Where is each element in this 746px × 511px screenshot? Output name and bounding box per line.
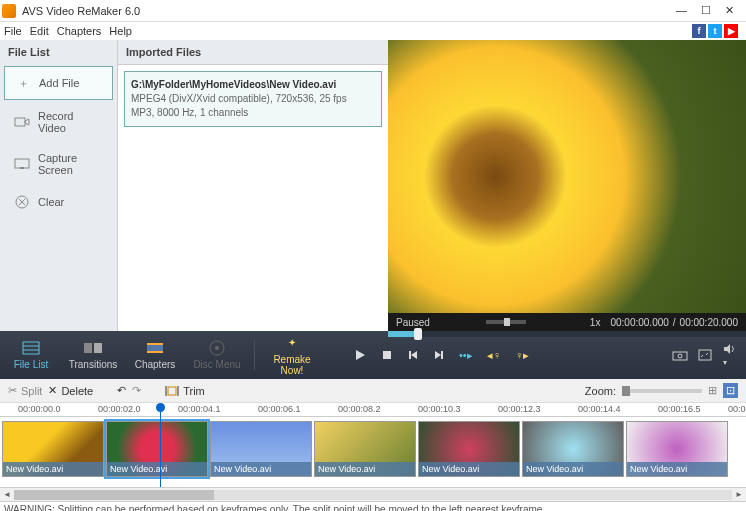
menu-help[interactable]: Help [109,25,132,37]
ruler-tick: 00:00:14.4 [578,404,621,414]
clip-label: New Video.avi [523,462,623,476]
tool-remake[interactable]: ✦ Remake Now! [261,335,323,376]
fullscreen-button[interactable] [698,349,712,361]
zoom-full-button[interactable]: ⊡ [723,383,738,398]
facebook-icon[interactable]: f [692,24,706,38]
svg-rect-9 [84,343,92,353]
twitter-icon[interactable]: t [708,24,722,38]
delete-button[interactable]: ✕ Delete [48,384,93,397]
record-video-label: Record Video [38,110,103,134]
youtube-icon[interactable]: ▶ [724,24,738,38]
speed-slider[interactable] [486,320,526,324]
split-icon: ✂ [8,384,17,397]
timeline[interactable]: 00:00:00.0 00:00:02.0 00:00:04.1 00:00:0… [0,403,746,487]
svg-rect-6 [23,342,39,354]
ruler-tick: 00:00:00.0 [18,404,61,414]
tool-filelist[interactable]: File List [0,340,62,370]
tool-discmenu[interactable]: Disc Menu [186,340,248,370]
timeline-ruler[interactable]: 00:00:00.0 00:00:02.0 00:00:04.1 00:00:0… [0,403,746,417]
clear-button[interactable]: Clear [4,186,113,218]
split-button[interactable]: ✂ Split [8,384,42,397]
tool-chapters[interactable]: Chapters [124,340,186,370]
step-button[interactable]: ••▸ [459,349,473,362]
play-button[interactable] [353,348,367,362]
ruler-tick: 00:00:04.1 [178,404,221,414]
key-next-button[interactable]: ♀▸ [515,349,529,362]
ruler-tick: 00:00:02.0 [98,404,141,414]
tool-transitions-label: Transitions [62,359,124,370]
svg-rect-10 [94,343,102,353]
trim-icon [165,385,179,397]
capture-screen-label: Capture Screen [38,152,103,176]
stop-button[interactable] [381,349,393,361]
trim-button[interactable]: Trim [165,385,205,397]
titlebar: AVS Video ReMaker 6.0 — ☐ ✕ [0,0,746,22]
svg-rect-17 [409,351,411,359]
remake-icon: ✦ [282,335,302,351]
timeline-scrollbar[interactable]: ◄ ► [0,487,746,501]
minimize-button[interactable]: — [676,4,687,17]
imported-file-video-meta: MPEG4 (DivX/Xvid compatible), 720x536, 2… [131,92,375,106]
timeline-clip[interactable]: New Video.avi [418,421,520,477]
scroll-left-button[interactable]: ◄ [0,490,14,499]
transitions-icon [83,340,103,356]
scroll-thumb[interactable] [14,490,214,500]
zoom-fit-button[interactable]: ⊞ [708,384,717,397]
discmenu-icon [207,340,227,356]
file-list-header: File List [0,40,117,64]
ruler-tick: 00:00:16.5 [658,404,701,414]
svg-rect-1 [15,159,29,168]
tool-remake-label: Remake Now! [261,354,323,376]
prev-frame-button[interactable] [407,349,419,361]
svg-rect-16 [383,351,391,359]
preview-status-bar: Paused 1x 00:00:00.000 / 00:00:20.000 [388,313,746,331]
timeline-clip[interactable]: New Video.avi [210,421,312,477]
close-button[interactable]: ✕ [725,4,734,17]
record-video-button[interactable]: Record Video [4,102,113,142]
menu-edit[interactable]: Edit [30,25,49,37]
timeline-clip[interactable]: New Video.avi [522,421,624,477]
preview-image[interactable] [388,40,746,313]
svg-rect-12 [147,343,163,345]
status-bar: WARNING: Splitting can be performed base… [0,501,746,511]
delete-icon: ✕ [48,384,57,397]
volume-button[interactable]: ▾ [722,343,736,367]
file-list-panel: File List ＋ Add File Record Video Captur… [0,40,118,331]
playhead[interactable] [160,403,161,487]
svg-point-15 [215,346,219,350]
clip-label: New Video.avi [315,462,415,476]
next-frame-button[interactable] [433,349,445,361]
tool-transitions[interactable]: Transitions [62,340,124,370]
zoom-slider[interactable] [622,389,702,393]
redo-button[interactable]: ↷ [132,384,141,397]
scroll-track[interactable] [14,490,732,500]
snapshot-button[interactable] [672,349,688,361]
clear-icon [14,194,30,210]
imported-files-header: Imported Files [118,40,388,65]
svg-rect-21 [699,350,711,360]
undo-button[interactable]: ↶ [117,384,126,397]
menu-chapters[interactable]: Chapters [57,25,102,37]
timeline-clip[interactable]: New Video.avi [2,421,104,477]
ruler-tick: 00:00:06.1 [258,404,301,414]
svg-rect-13 [147,351,163,353]
maximize-button[interactable]: ☐ [701,4,711,17]
preview-progress-bar[interactable] [388,331,746,337]
imported-file-path: G:\MyFolder\MyHomeVideos\New Video.avi [131,78,375,92]
scroll-right-button[interactable]: ► [732,490,746,499]
add-file-button[interactable]: ＋ Add File [4,66,113,100]
clip-label: New Video.avi [211,462,311,476]
ruler-tick: 00:00:1 [728,404,746,414]
monitor-icon [14,156,30,172]
preview-total-time: 00:00:20.000 [680,317,738,328]
timeline-clip[interactable]: New Video.avi [314,421,416,477]
menu-file[interactable]: File [4,25,22,37]
capture-screen-button[interactable]: Capture Screen [4,144,113,184]
tool-filelist-label: File List [0,359,62,370]
key-prev-button[interactable]: ◂♀ [487,349,501,362]
timeline-clip[interactable]: New Video.avi [626,421,728,477]
imported-file-item[interactable]: G:\MyFolder\MyHomeVideos\New Video.avi M… [124,71,382,127]
svg-rect-18 [441,351,443,359]
timeline-clip[interactable]: New Video.avi [106,421,208,477]
tool-discmenu-label: Disc Menu [186,359,248,370]
